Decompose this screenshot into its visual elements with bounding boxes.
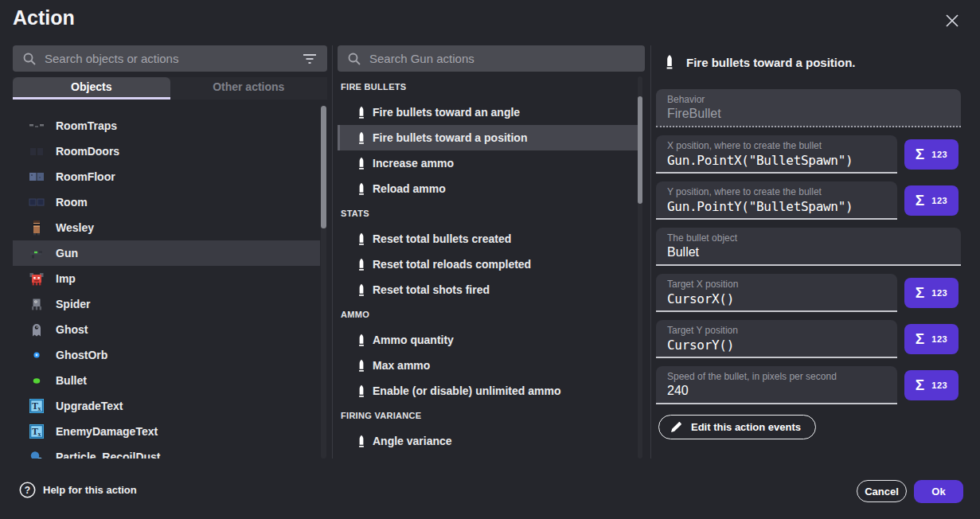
object-row-particle-recoildust[interactable]: Particle_RecoilDust xyxy=(13,444,320,459)
field-row-y-position-where-to-create-the-bullet: Y position, where to create the bulletGu… xyxy=(656,181,961,220)
expression-editor-button[interactable]: Σ123 xyxy=(904,278,959,308)
expression-editor-button[interactable]: Σ123 xyxy=(904,185,959,216)
cancel-button[interactable]: Cancel xyxy=(857,480,907,502)
left-tabbar: Objects Other actions xyxy=(13,77,327,100)
action-item-ammo-quantity[interactable]: Ammo quantity xyxy=(338,327,638,353)
expression-editor-button[interactable]: Σ123 xyxy=(904,370,959,400)
bullet-icon xyxy=(357,359,366,373)
action-item-item[interactable] xyxy=(338,454,638,459)
svg-text:x: x xyxy=(38,431,41,438)
action-label: Ammo quantity xyxy=(373,334,454,346)
help-button[interactable]: ? Help for this action xyxy=(19,482,137,498)
object-label: Wesley xyxy=(56,221,94,234)
numbers-badge: 123 xyxy=(931,380,947,390)
expression-editor-button[interactable]: Σ123 xyxy=(904,324,959,354)
ghost-icon xyxy=(29,322,45,338)
bullet-icon xyxy=(357,232,366,246)
action-label: Reset total shots fired xyxy=(373,283,490,296)
field-label: Y position, where to create the bullet xyxy=(667,186,886,197)
bullet-icon xyxy=(357,435,366,448)
filter-icon[interactable] xyxy=(302,52,318,66)
object-label: RoomDoors xyxy=(56,145,119,158)
objects-list: RoomTrapsRoomDoorsRoomFloorRoomWesleyGun… xyxy=(13,113,320,459)
action-item-reset-total-reloads-completed[interactable]: Reset total reloads completed xyxy=(338,252,638,277)
object-row-roomtraps[interactable]: RoomTraps xyxy=(13,113,320,139)
action-item-reset-total-bullets-created[interactable]: Reset total bullets created xyxy=(338,226,638,252)
text-icon: Tx xyxy=(29,398,45,414)
action-item-fire-bullets-toward-a-position[interactable]: Fire bullets toward a position xyxy=(338,125,638,150)
field-value: FireBullet xyxy=(667,107,950,121)
action-item-max-ammo[interactable]: Max ammo xyxy=(338,353,638,378)
bullet-icon xyxy=(357,283,366,297)
object-row-wesley[interactable]: Wesley xyxy=(13,215,320,240)
room-traps-icon xyxy=(29,118,45,134)
action-label: Enable (or disable) unlimited ammo xyxy=(373,384,560,397)
spider-icon xyxy=(29,296,45,312)
objects-scrollbar-thumb[interactable] xyxy=(321,106,326,228)
sigma-icon: Σ xyxy=(916,146,924,163)
bullet-icon xyxy=(357,182,366,196)
object-label: Bullet xyxy=(56,374,87,387)
field-input-target-y-position[interactable]: Target Y positionCursorY() xyxy=(656,320,897,358)
sigma-icon: Σ xyxy=(916,377,924,394)
object-row-bullet[interactable]: Bullet xyxy=(13,368,320,393)
svg-text:?: ? xyxy=(25,485,30,496)
action-label: Reload ammo xyxy=(373,182,446,195)
field-input-the-bullet-object[interactable]: The bullet objectBullet xyxy=(656,228,961,266)
object-row-enemydamagetext[interactable]: TxEnemyDamageText xyxy=(13,419,320,444)
action-item-angle-variance[interactable]: Angle variance xyxy=(338,428,638,454)
object-row-spider[interactable]: Spider xyxy=(13,291,320,317)
actions-scrollbar-thumb[interactable] xyxy=(638,96,642,204)
action-item-enable-or-disable-unlimited-ammo[interactable]: Enable (or disable) unlimited ammo xyxy=(338,378,638,404)
bullet-icon xyxy=(357,106,366,119)
actions-search-input[interactable] xyxy=(369,52,635,65)
action-item-increase-ammo[interactable]: Increase ammo xyxy=(338,150,638,176)
field-row-behavior: BehaviorFireBullet xyxy=(656,89,961,127)
tab-other-actions[interactable]: Other actions xyxy=(170,77,328,97)
object-row-upgradetext[interactable]: TxUpgradeText xyxy=(13,393,320,419)
bullet-icon xyxy=(357,258,366,271)
field-label: Target X position xyxy=(667,279,886,290)
object-row-roomdoors[interactable]: RoomDoors xyxy=(13,139,320,164)
actions-scrollbar[interactable] xyxy=(638,76,642,459)
action-label: Reset total bullets created xyxy=(373,232,511,245)
action-item-fire-bullets-toward-an-angle[interactable]: Fire bullets toward an angle xyxy=(338,100,638,125)
parameter-fields: BehaviorFireBulletX position, where to c… xyxy=(656,89,961,412)
objects-search-input[interactable] xyxy=(45,52,302,65)
numbers-badge: 123 xyxy=(931,196,947,205)
objects-scrollbar[interactable] xyxy=(321,105,326,459)
expression-editor-button[interactable]: Σ123 xyxy=(904,139,959,170)
field-value: CursorX() xyxy=(667,291,886,306)
ok-button[interactable]: Ok xyxy=(914,480,963,503)
object-row-ghost[interactable]: Ghost xyxy=(13,317,320,342)
object-row-room[interactable]: Room xyxy=(13,189,320,215)
edit-action-events-button[interactable]: Edit this action events xyxy=(658,415,816,439)
action-label: Increase ammo xyxy=(373,157,454,170)
field-input-x-position-where-to-create-the-bullet[interactable]: X position, where to create the bulletGu… xyxy=(656,135,897,174)
field-input-y-position-where-to-create-the-bullet[interactable]: Y position, where to create the bulletGu… xyxy=(656,181,897,220)
action-item-reset-total-shots-fired[interactable]: Reset total shots fired xyxy=(338,277,638,302)
object-row-imp[interactable]: Imp xyxy=(13,266,320,291)
pencil-icon xyxy=(670,421,682,433)
sigma-icon: Σ xyxy=(916,330,924,348)
field-input-speed-of-the-bullet-in-pixels-per-second[interactable]: Speed of the bullet, in pixels per secon… xyxy=(656,366,897,404)
divider xyxy=(332,45,333,459)
dialog-title: Action xyxy=(13,6,75,29)
object-label: Spider xyxy=(56,298,91,310)
object-label: Imp xyxy=(56,272,76,285)
objects-search-box xyxy=(13,45,327,72)
tab-objects[interactable]: Objects xyxy=(13,77,170,97)
action-dialog: Action Objects Other actions RoomTrapsRo… xyxy=(0,0,980,519)
svg-text:x: x xyxy=(38,405,41,412)
object-row-ghostorb[interactable]: GhostOrb xyxy=(13,342,320,368)
numbers-badge: 123 xyxy=(931,150,947,159)
field-value: Gun.PointY("BulletSpawn") xyxy=(667,199,886,214)
close-icon[interactable] xyxy=(943,12,961,29)
bullet-icon xyxy=(357,384,366,398)
object-row-gun[interactable]: Gun xyxy=(13,240,320,266)
particle-icon xyxy=(29,449,45,459)
action-label: Max ammo xyxy=(373,359,430,372)
field-input-target-x-position[interactable]: Target X positionCursorX() xyxy=(656,274,897,312)
action-item-reload-ammo[interactable]: Reload ammo xyxy=(338,176,638,201)
object-row-roomfloor[interactable]: RoomFloor xyxy=(13,164,320,189)
